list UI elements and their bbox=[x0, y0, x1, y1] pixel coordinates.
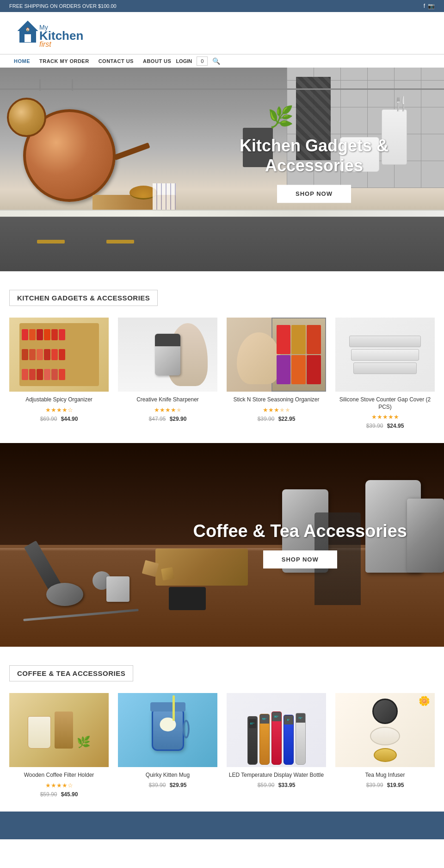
facebook-icon[interactable]: f bbox=[424, 3, 425, 9]
product-kitten-mug[interactable]: Quirky Kitten Mug $39.90 $29.95 bbox=[118, 693, 217, 798]
coffee-banner-title: Coffee & Tea Accessories bbox=[193, 521, 407, 541]
header: 🏠 My Kitchen first bbox=[0, 12, 444, 54]
price-old-3: $39.90 bbox=[366, 423, 383, 429]
product-stars-2: ★★★★★ bbox=[227, 406, 326, 413]
product-knife-sharpener[interactable]: Creative Knife Sharpener ★★★★★ $47.95 $2… bbox=[118, 318, 217, 429]
product-image-stove bbox=[335, 318, 435, 392]
product-image-knife bbox=[118, 318, 217, 392]
cart-button[interactable]: 0 bbox=[197, 56, 208, 66]
price-new-coffee-0: $45.90 bbox=[61, 791, 78, 798]
price-new-2: $22.95 bbox=[278, 416, 296, 422]
svg-rect-1 bbox=[25, 34, 31, 42]
product-name-1: Creative Knife Sharpener bbox=[118, 396, 217, 404]
price-new-0: $44.90 bbox=[61, 416, 78, 422]
coffee-banner: Coffee & Tea Accessories SHOP NOW bbox=[0, 443, 444, 647]
product-stove-cover[interactable]: Silicone Stove Counter Gap Cover (2 PCS)… bbox=[335, 318, 435, 429]
price-old-coffee-0: $59.90 bbox=[40, 791, 57, 798]
product-image-seasoning bbox=[227, 318, 326, 392]
footer-bar bbox=[0, 812, 444, 839]
coffee-content: Coffee & Tea Accessories SHOP NOW bbox=[193, 521, 407, 568]
product-tea-infuser[interactable]: 🌼 Tea Mug Infuser $39.99 $19.95 bbox=[335, 693, 435, 798]
product-name-2: Stick N Store Seasoning Organizer bbox=[227, 396, 326, 404]
hero-shop-now-button[interactable]: SHOP NOW bbox=[277, 185, 351, 203]
product-price-coffee-2: $59.90 $33.95 bbox=[227, 782, 326, 788]
product-name-coffee-0: Wooden Coffee Filter Holder bbox=[9, 772, 109, 779]
svg-text:🏠: 🏠 bbox=[25, 27, 30, 31]
main-nav: HOME TRACK MY ORDER CONTACT US ABOUT US … bbox=[0, 54, 444, 68]
product-price-3: $39.90 $24.95 bbox=[335, 423, 435, 429]
price-new-1: $29.90 bbox=[170, 416, 187, 422]
price-old-1: $47.95 bbox=[149, 416, 166, 422]
top-bar: FREE SHIPPING ON ORDERS OVER $100.00 f 📷 bbox=[0, 0, 444, 12]
price-new-coffee-2: $33.95 bbox=[278, 782, 296, 788]
logo-svg: 🏠 My Kitchen first bbox=[9, 17, 102, 49]
product-coffee-filter[interactable]: 🌿 Wooden Coffee Filter Holder ★★★★☆ $59.… bbox=[9, 693, 109, 798]
coffee-section-title: COFFEE & TEA ACCESSORIES bbox=[9, 665, 133, 681]
hero-content: Kitchen Gadgets &Accessories SHOP NOW bbox=[240, 136, 388, 203]
coffee-tea-section: COFFEE & TEA ACCESSORIES 🌿 Wooden Coffee… bbox=[0, 647, 444, 812]
product-name-coffee-1: Quirky Kitten Mug bbox=[118, 772, 217, 779]
price-old-0: $69.90 bbox=[40, 416, 57, 422]
nav-contact[interactable]: CONTACT US bbox=[94, 55, 138, 68]
kitchen-products-grid: Adjustable Spicy Organizer ★★★★☆ $69.90 … bbox=[9, 318, 435, 429]
nav-track-order[interactable]: TRACK MY ORDER bbox=[35, 55, 94, 68]
product-water-bottle[interactable]: 87° 55° 90° 6° 72° LED Temperature Displ… bbox=[227, 693, 326, 798]
price-old-coffee-3: $39.99 bbox=[366, 782, 383, 788]
product-image-kitten-mug bbox=[118, 693, 217, 767]
kitchen-gadgets-section: KITCHEN GADGETS & ACCESSORIES bbox=[0, 271, 444, 443]
product-stars-1: ★★★★★ bbox=[118, 406, 217, 413]
product-image-tea-infuser: 🌼 bbox=[335, 693, 435, 767]
nav-home[interactable]: HOME bbox=[9, 55, 35, 68]
instagram-icon[interactable]: 📷 bbox=[428, 3, 435, 9]
product-stars-3: ★★★★★ bbox=[335, 413, 435, 420]
shipping-text: FREE SHIPPING ON ORDERS OVER $100.00 bbox=[9, 3, 117, 9]
hero-title: Kitchen Gadgets &Accessories bbox=[240, 136, 388, 175]
kitchen-section-title: KITCHEN GADGETS & ACCESSORIES bbox=[9, 290, 158, 306]
product-price-coffee-1: $39.90 $29.95 bbox=[118, 782, 217, 788]
product-price-coffee-3: $39.99 $19.95 bbox=[335, 782, 435, 788]
product-seasoning-organizer[interactable]: Stick N Store Seasoning Organizer ★★★★★ … bbox=[227, 318, 326, 429]
product-spice-rack[interactable]: Adjustable Spicy Organizer ★★★★☆ $69.90 … bbox=[9, 318, 109, 429]
price-new-3: $24.95 bbox=[387, 423, 404, 429]
coffee-products-grid: 🌿 Wooden Coffee Filter Holder ★★★★☆ $59.… bbox=[9, 693, 435, 798]
product-image-coffee-filter: 🌿 bbox=[9, 693, 109, 767]
logo[interactable]: 🏠 My Kitchen first bbox=[9, 17, 102, 49]
product-price-0: $69.90 $44.90 bbox=[9, 416, 109, 422]
coffee-shop-now-button[interactable]: SHOP NOW bbox=[263, 550, 337, 568]
price-old-coffee-1: $39.90 bbox=[149, 782, 166, 788]
search-button[interactable]: 🔍 bbox=[212, 57, 220, 65]
product-price-2: $39.90 $22.95 bbox=[227, 416, 326, 422]
product-name-coffee-3: Tea Mug Infuser bbox=[335, 772, 435, 779]
product-image-water-bottle: 87° 55° 90° 6° 72° bbox=[227, 693, 326, 767]
product-price-1: $47.95 $29.90 bbox=[118, 416, 217, 422]
product-price-coffee-0: $59.90 $45.90 bbox=[9, 791, 109, 798]
nav-about[interactable]: ABOUT US bbox=[138, 55, 176, 68]
product-stars-0: ★★★★☆ bbox=[9, 406, 109, 413]
product-stars-coffee-0: ★★★★☆ bbox=[9, 782, 109, 789]
price-old-2: $39.90 bbox=[258, 416, 275, 422]
hero-banner: 🌿 🍴 Kitchen Gadgets &Accessories SHOP NO… bbox=[0, 68, 444, 271]
login-button[interactable]: LOGIN bbox=[176, 58, 192, 64]
product-name-coffee-2: LED Temperature Display Water Bottle bbox=[227, 772, 326, 779]
price-new-coffee-3: $19.95 bbox=[387, 782, 404, 788]
product-name-3: Silicone Stove Counter Gap Cover (2 PCS) bbox=[335, 396, 435, 411]
svg-text:first: first bbox=[39, 40, 51, 48]
price-old-coffee-2: $59.90 bbox=[258, 782, 275, 788]
product-name-0: Adjustable Spicy Organizer bbox=[9, 396, 109, 404]
price-new-coffee-1: $29.95 bbox=[170, 782, 187, 788]
product-image-spice-rack bbox=[9, 318, 109, 392]
